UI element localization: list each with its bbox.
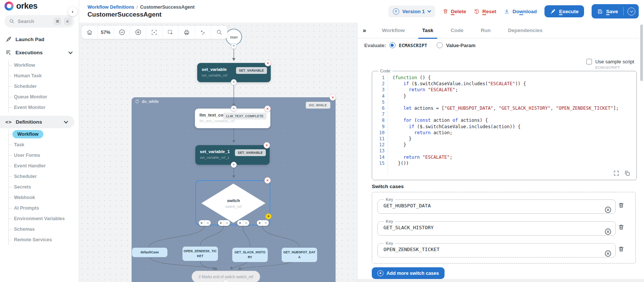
sidebar-section-definitions[interactable]: <> Definitions: [0, 116, 74, 128]
sidebar-item-secrets[interactable]: Secrets: [9, 182, 79, 192]
clear-key-icon[interactable]: [604, 206, 612, 214]
search-input[interactable]: [18, 18, 51, 24]
case-plus-minus-controls[interactable]: +−: [218, 220, 230, 226]
use-sample-script-row[interactable]: Use sample script: [586, 59, 634, 64]
sparkles-icon[interactable]: [195, 26, 211, 39]
divider: [623, 7, 624, 15]
case-node-open-zendesk-ticket[interactable]: OPEN_ZENDESK_TICKET: [182, 247, 218, 261]
switch-node[interactable]: switch switch_ref: [195, 180, 270, 225]
zoom-out-button[interactable]: [114, 26, 130, 39]
expand-editor-icon[interactable]: [613, 170, 619, 176]
sidebar-item-ai-prompts[interactable]: AI Prompts: [9, 203, 79, 213]
sidebar-item-event-monitor[interactable]: Event Monitor: [9, 102, 79, 113]
case-plus-minus-controls[interactable]: +−: [257, 220, 269, 226]
duplicate-icon[interactable]: [163, 26, 179, 39]
switch-diamond[interactable]: switch switch_ref: [201, 184, 265, 223]
switch-case-key-value[interactable]: GET_SLACK_HISTORY: [378, 224, 600, 230]
add-task-button[interactable]: +: [231, 106, 237, 112]
switch-case-row: KeyGET_SLACK_HISTORY: [372, 219, 635, 236]
llm-text-complete-node[interactable]: llm_text_complete llm_text_complete_ref …: [195, 109, 270, 128]
code-line: [393, 99, 636, 105]
copy-code-icon[interactable]: [624, 170, 630, 176]
switch-cases-heading: Switch cases: [372, 184, 404, 189]
version-dropdown[interactable]: # Version 1: [388, 6, 435, 17]
add-task-button[interactable]: +: [231, 43, 237, 49]
case-plus-minus-controls[interactable]: +−: [199, 220, 211, 226]
print-button[interactable]: [179, 26, 195, 39]
tab-code[interactable]: Code: [442, 23, 472, 38]
switch-case-key-value[interactable]: GET_HUBSPOT_DATA: [378, 202, 600, 208]
tab-run[interactable]: Run: [472, 23, 499, 38]
fit-view-button[interactable]: [146, 26, 163, 39]
sidebar-item-queue-monitor[interactable]: Queue Monitor: [9, 92, 79, 102]
sidebar-active-item[interactable]: Workflow: [12, 130, 43, 138]
switch-case-key-value[interactable]: OPEN_ZENDESK_TICKET: [378, 245, 600, 252]
value-param-option-label[interactable]: Value-Param: [446, 43, 475, 48]
sidebar-item-user-forms[interactable]: User Forms: [9, 150, 79, 161]
sidebar-item-environment-variables[interactable]: Environment Variables: [9, 213, 79, 224]
delete-case-icon[interactable]: [618, 202, 624, 209]
sidebar-section-executions[interactable]: Executions: [0, 46, 79, 59]
breadcrumb-parent-link[interactable]: Workflow Definitions: [87, 5, 134, 10]
add-task-button[interactable]: +: [231, 162, 237, 168]
tab-workflow[interactable]: Workflow: [373, 23, 414, 38]
download-button[interactable]: Download: [504, 8, 537, 14]
orkes-logo[interactable]: orkes: [0, 0, 79, 11]
clear-key-icon[interactable]: [604, 228, 612, 236]
sidebar-item-task[interactable]: Task: [9, 139, 79, 150]
switch-case-key-field[interactable]: KeyGET_HUBSPOT_DATA: [377, 197, 616, 214]
add-switch-case-button[interactable]: + Add more switch cases: [372, 267, 445, 279]
sidebar-nav: Launch Pad Executions WorkflowHuman Task…: [0, 30, 79, 245]
delete-case-icon[interactable]: [618, 224, 624, 231]
sidebar-item-scheduler[interactable]: Scheduler: [9, 81, 79, 92]
sidebar-item-workflow[interactable]: Workflow: [9, 60, 79, 70]
remove-node-button[interactable]: ×: [264, 177, 271, 184]
case-plus-minus-controls[interactable]: +−: [237, 220, 249, 226]
execute-button[interactable]: Execute: [544, 5, 584, 17]
value-param-radio[interactable]: [437, 42, 443, 48]
switch-case-key-field[interactable]: KeyOPEN_ZENDESK_TICKET: [377, 241, 616, 257]
tab-task[interactable]: Task: [414, 23, 442, 38]
sidebar-item-schemas[interactable]: Schemas: [9, 224, 79, 234]
sidebar-item-event-handler[interactable]: Event Handler: [9, 161, 79, 171]
use-sample-script-checkbox[interactable]: [586, 59, 592, 64]
home-button[interactable]: [81, 26, 98, 39]
switch-case-key-field[interactable]: KeyGET_SLACK_HISTORY: [377, 219, 616, 236]
evaluate-row: Evaluate: ECMASCRIPT Value-Param: [364, 42, 475, 48]
sidebar-item-remote-services[interactable]: Remote Services: [9, 234, 79, 245]
remove-node-button[interactable]: ×: [264, 106, 271, 112]
remove-node-button[interactable]: ×: [264, 142, 270, 149]
sidebar-item-webhook[interactable]: Webhook: [9, 192, 79, 203]
case-node-default[interactable]: defaultCase: [132, 248, 167, 257]
case-node-get-hubspot-data[interactable]: GET_HUBSPOT_DATA: [282, 248, 317, 262]
remove-do-while-button[interactable]: ×: [330, 94, 336, 101]
reset-button[interactable]: Reset: [474, 8, 496, 14]
sidebar-item-scheduler[interactable]: Scheduler: [9, 171, 79, 182]
search-canvas-button[interactable]: [211, 26, 227, 39]
remove-node-button[interactable]: ×: [265, 60, 271, 66]
workflow-canvas[interactable]: 57% do_while DO_WHILE: [79, 23, 357, 282]
panel-scrollbar[interactable]: [640, 25, 643, 81]
zoom-in-button[interactable]: [130, 26, 146, 39]
search-box[interactable]: ⌘ K: [5, 15, 74, 28]
sidebar: orkes ⌘ K Launch Pad Executions Workflow…: [0, 0, 79, 282]
save-button[interactable]: Save: [592, 4, 639, 18]
sidebar-item-workflow[interactable]: Workflow: [9, 129, 79, 139]
panel-collapse-icon[interactable]: »: [363, 27, 373, 34]
save-options-dropdown[interactable]: [627, 8, 635, 15]
delete-button[interactable]: Delete: [443, 8, 466, 14]
ecmascript-option-label[interactable]: ECMASCRIPT: [399, 43, 427, 48]
sidebar-item-human-task[interactable]: Human Task: [9, 70, 79, 81]
sidebar-item-launch-pad[interactable]: Launch Pad: [0, 33, 79, 46]
delete-case-icon[interactable]: [618, 245, 624, 253]
ecmascript-radio[interactable]: [389, 42, 396, 48]
add-case-button[interactable]: +: [265, 213, 271, 219]
case-node-get-slack-history[interactable]: GET_SLACK_HISTORY: [232, 248, 268, 262]
code-editor[interactable]: Code 123456789101112131415 (function () …: [372, 69, 637, 180]
add-task-button[interactable]: +: [231, 79, 237, 85]
tab-dependencies[interactable]: Dependencies: [499, 23, 551, 38]
do-while-label: do_while: [135, 99, 159, 104]
code-content[interactable]: (function () { if ($.switchCaseValue.inc…: [388, 73, 636, 175]
clear-key-icon[interactable]: [604, 250, 612, 257]
sidebar-collapse-button[interactable]: ‹: [68, 7, 77, 16]
